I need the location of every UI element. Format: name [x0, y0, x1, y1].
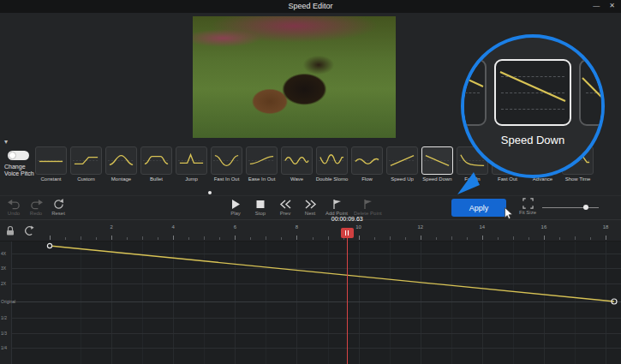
preset-jump[interactable]: Jump — [174, 146, 209, 186]
collapse-arrow-icon[interactable]: ▾ — [4, 138, 8, 146]
preset-ease-in-out[interactable]: Ease In Out — [244, 146, 279, 186]
preset-label: Show Time — [560, 176, 595, 182]
current-time: 00:00:09.63 — [320, 216, 373, 222]
add-point-flag-icon — [331, 199, 342, 210]
next-icon — [304, 199, 317, 210]
add-point-button[interactable]: Add Point — [325, 199, 348, 216]
callout-neighbor-left — [461, 59, 487, 126]
preset-speed-down[interactable]: Speed Down — [420, 146, 455, 186]
stop-icon — [256, 199, 265, 210]
play-button[interactable]: Play — [226, 199, 245, 216]
preset-label: Speed Down — [420, 176, 455, 182]
flow-curve-icon — [352, 147, 382, 174]
preset-flow[interactable]: Flow — [349, 146, 385, 186]
prev-icon — [279, 199, 292, 210]
voice-pitch-label-line2: Voice Pitch — [4, 170, 34, 177]
zoom-callout: Speed Down — [461, 34, 605, 178]
curve-start-point — [47, 243, 51, 248]
window-title: Speed Editor — [0, 2, 621, 10]
preset-fast-in-out[interactable]: Fast In Out — [209, 146, 244, 186]
redo-button[interactable]: Redo — [27, 199, 45, 216]
speed-up-curve-icon — [387, 147, 417, 174]
fit-size-group: Fit Size — [519, 198, 599, 215]
callout-selected-preset — [494, 59, 571, 126]
double-slomo-curve-icon — [317, 147, 347, 174]
delete-point-flag-icon — [362, 199, 373, 210]
preset-montage[interactable]: Montage — [104, 146, 139, 186]
minimize-button[interactable]: — — [593, 2, 600, 9]
play-icon — [230, 199, 241, 210]
zoom-slider-track — [542, 207, 599, 208]
ruler-ticks: 24681012141618 — [0, 220, 621, 241]
playhead-line[interactable] — [347, 237, 348, 364]
ruler-number: 12 — [417, 224, 423, 230]
preset-scroll-indicator[interactable] — [208, 191, 212, 194]
zoom-slider[interactable] — [542, 204, 599, 212]
next-button[interactable]: Next — [301, 199, 319, 216]
close-button[interactable]: ✕ — [609, 2, 615, 9]
history-buttons: Undo Redo Reset — [4, 199, 68, 216]
ruler-number: 4 — [172, 224, 175, 230]
ruler-number: 8 — [296, 224, 298, 230]
ruler-number: 2 — [110, 224, 112, 230]
preset-label: Double Slomo — [314, 176, 349, 182]
reset-icon — [53, 199, 64, 210]
bullet-curve-icon — [141, 147, 171, 174]
ruler-number: 18 — [603, 224, 609, 230]
playhead-handle[interactable] — [341, 228, 354, 238]
preset-label: Bullet — [139, 176, 174, 182]
preset-label: Fast Out — [490, 176, 525, 182]
redo-icon — [30, 199, 43, 210]
video-preview — [193, 16, 396, 138]
callout-label: Speed Down — [464, 134, 601, 146]
ruler-number: 6 — [234, 224, 236, 230]
preset-label: Constant — [33, 176, 69, 182]
undo-icon — [8, 199, 21, 210]
preset-constant[interactable]: Constant — [33, 146, 69, 186]
window-controls: — ✕ — [593, 2, 615, 9]
speed-editor-window: Speed Editor — ✕ ▾ Change Voice Pitch Co… — [0, 0, 621, 364]
speed-down-curve-icon-large — [496, 61, 570, 124]
delete-point-button[interactable]: Delete Point — [354, 199, 382, 216]
preset-bullet[interactable]: Bullet — [139, 146, 174, 186]
voice-pitch-label: Change Voice Pitch — [4, 164, 34, 177]
callout-neighbor-right — [579, 59, 605, 126]
zoom-slider-knob[interactable] — [583, 205, 588, 210]
preset-label: Ease In Out — [244, 176, 279, 182]
fast-in-out-curve-icon — [212, 147, 242, 174]
constant-curve-icon — [36, 147, 66, 174]
playback-buttons: Play Stop Prev Next — [226, 199, 382, 216]
prev-button[interactable]: Prev — [276, 199, 295, 216]
preset-custom[interactable]: Custom — [69, 146, 104, 186]
speed-curve[interactable] — [0, 242, 621, 364]
undo-button[interactable]: Undo — [4, 199, 23, 216]
preset-label: Jump — [174, 176, 209, 182]
speed-down-curve-icon — [422, 147, 452, 174]
custom-curve-icon — [71, 147, 101, 174]
mouse-cursor-icon — [505, 207, 513, 219]
preset-label: Speed Up — [385, 176, 420, 182]
preset-double-slomo[interactable]: Double Slomo — [314, 146, 349, 186]
callout-pointer-icon — [457, 170, 481, 195]
apply-button[interactable]: Apply — [451, 199, 506, 217]
preset-label: Custom — [69, 176, 104, 182]
toolbar: Undo Redo Reset Play — [0, 195, 621, 219]
montage-curve-icon — [106, 147, 136, 174]
reset-button[interactable]: Reset — [49, 199, 68, 216]
stop-button[interactable]: Stop — [251, 199, 270, 216]
fit-size-icon — [522, 198, 534, 209]
ease-in-out-curve-icon — [247, 147, 277, 174]
preset-wave[interactable]: Wave — [279, 146, 314, 186]
preset-label: Flow — [349, 176, 385, 182]
ruler-number: 14 — [479, 224, 485, 230]
voice-pitch-toggle[interactable] — [8, 151, 29, 160]
speed-graph[interactable]: 4X3X2XOriginal1/21/31/4 — [0, 242, 621, 364]
jump-curve-icon — [176, 147, 206, 174]
wave-curve-icon — [282, 147, 312, 174]
titlebar: Speed Editor — ✕ — [0, 0, 621, 13]
preset-speed-up[interactable]: Speed Up — [385, 146, 420, 186]
ruler-number: 10 — [355, 224, 361, 230]
ruler-number: 16 — [541, 224, 547, 230]
timeline-ruler[interactable]: 24681012141618 — [0, 219, 621, 242]
fit-size-button[interactable]: Fit Size — [519, 198, 536, 215]
